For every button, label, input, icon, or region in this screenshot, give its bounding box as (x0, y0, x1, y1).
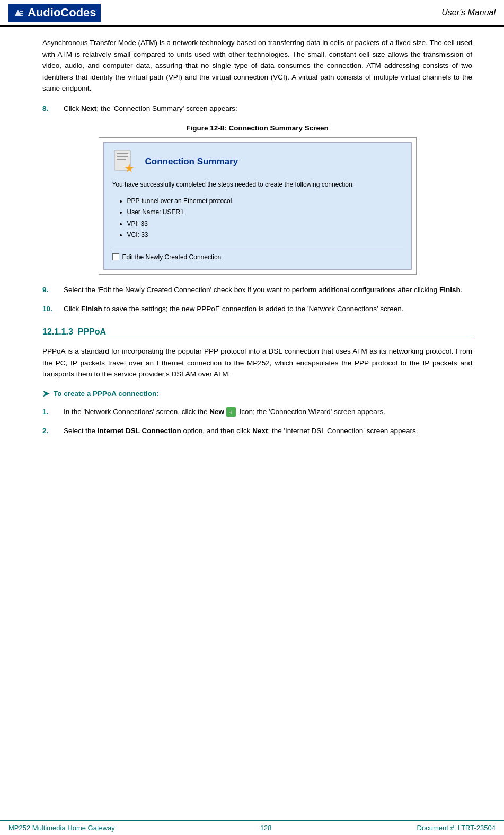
figure-box: Connection Summary You have successfully… (99, 137, 417, 275)
svg-rect-3 (20, 13, 23, 14)
svg-rect-4 (20, 15, 23, 16)
footer-page-number: 128 (260, 824, 272, 832)
conn-list-item: PPP tunnel over an Ethernet protocol (127, 196, 403, 207)
footer-product: MP252 Multimedia Home Gateway (8, 824, 115, 832)
step-10-bold: Finish (81, 305, 102, 313)
proc-step-1: 1. In the 'Network Connections' screen, … (42, 406, 472, 418)
logo-text: AudioCodes (28, 6, 96, 20)
proc-step-2: 2. Select the Internet DSL Connection op… (42, 425, 472, 437)
footer-document-number: Document #: LTRT-23504 (417, 824, 496, 832)
svg-rect-6 (117, 153, 128, 154)
connection-summary-icon (112, 149, 138, 174)
conn-summary-desc: You have successfully completed the step… (112, 180, 403, 189)
edit-connection-checkbox[interactable] (112, 253, 119, 260)
proc-step-1-text-before: In the 'Network Connections' screen, cli… (64, 408, 209, 416)
proc-step-2-text-after: option, and then click (181, 427, 252, 435)
figure-inner: Connection Summary You have successfully… (103, 142, 412, 270)
step-8: 8. Click Next; the 'Connection Summary' … (42, 103, 472, 115)
section-title: PPPoA (78, 327, 106, 336)
svg-rect-8 (117, 159, 126, 160)
proc-step-2-text-before: Select the (64, 427, 98, 435)
conn-summary-header: Connection Summary (112, 149, 403, 174)
figure-12-8: Figure 12-8: Connection Summary Screen (42, 124, 472, 275)
conn-checkbox-label: Edit the Newly Created Connection (122, 253, 222, 261)
step-9-text: Select the 'Edit the Newly Created Conne… (64, 286, 439, 294)
proc-step-1-content: In the 'Network Connections' screen, cli… (64, 406, 472, 418)
procedure-heading: ➤ To create a PPPoA connection: (42, 389, 472, 399)
proc-step-1-text-after: icon; the 'Connection Wizard' screen app… (238, 408, 385, 416)
proc-step-2-bold1: Internet DSL Connection (98, 427, 181, 435)
page-footer: MP252 Multimedia Home Gateway 128 Docume… (0, 820, 504, 835)
procedure-arrow: ➤ (42, 389, 49, 399)
step-9-number: 9. (42, 284, 64, 296)
step-9-bold: Finish (439, 286, 461, 294)
step-8-bold: Next (81, 104, 96, 112)
step-10-content: Click Finish to save the settings; the n… (64, 303, 472, 315)
audiocodes-logo-icon (13, 6, 25, 19)
step-10: 10. Click Finish to save the settings; t… (42, 303, 472, 315)
page-header: AudioCodes User's Manual (0, 0, 504, 27)
proc-step-2-text-end: ; the 'Internet DSL Connection' screen a… (268, 427, 418, 435)
logo: AudioCodes (8, 4, 101, 22)
step-8-text: Click (64, 104, 81, 112)
proc-step-1-number: 1. (42, 406, 64, 418)
step-9: 9. Select the 'Edit the Newly Created Co… (42, 284, 472, 296)
conn-checkbox-row: Edit the Newly Created Connection (112, 249, 403, 261)
step-9-rest: . (461, 286, 463, 294)
step-10-rest: to save the settings; the new PPPoE conn… (102, 305, 404, 313)
conn-summary-list: PPP tunnel over an Ethernet protocol Use… (112, 196, 403, 241)
proc-step-2-bold2: Next (252, 427, 268, 435)
proc-step-2-number: 2. (42, 425, 64, 437)
proc-step-2-content: Select the Internet DSL Connection optio… (64, 425, 472, 437)
logo-area: AudioCodes (8, 4, 101, 22)
conn-summary-title: Connection Summary (145, 156, 238, 167)
header-title: User's Manual (441, 8, 496, 17)
step-8-content: Click Next; the 'Connection Summary' scr… (64, 103, 472, 115)
new-plus-icon: + (226, 407, 236, 417)
section-heading-12113: 12.1.1.3 PPPoA (42, 327, 472, 339)
conn-list-item: VCI: 33 (127, 230, 403, 241)
section-paragraph: PPPoA is a standard for incorporating th… (42, 346, 472, 380)
step-10-text: Click (64, 305, 81, 313)
svg-rect-2 (20, 11, 23, 12)
section-number: 12.1.1.3 (42, 327, 73, 336)
figure-caption: Figure 12-8: Connection Summary Screen (42, 124, 472, 132)
svg-rect-7 (117, 156, 128, 157)
proc-step-1-bold: New (209, 408, 224, 416)
conn-list-item: VPI: 33 (127, 218, 403, 230)
main-content: Asynchronous Transfer Mode (ATM) is a ne… (0, 27, 504, 454)
conn-list-item: User Name: USER1 (127, 207, 403, 218)
procedure-title: To create a PPPoA connection: (54, 390, 159, 398)
step-9-content: Select the 'Edit the Newly Created Conne… (64, 284, 472, 296)
step-8-number: 8. (42, 103, 64, 115)
step-10-number: 10. (42, 303, 64, 315)
intro-paragraph: Asynchronous Transfer Mode (ATM) is a ne… (42, 37, 472, 94)
step-8-rest: ; the 'Connection Summary' screen appear… (96, 104, 237, 112)
